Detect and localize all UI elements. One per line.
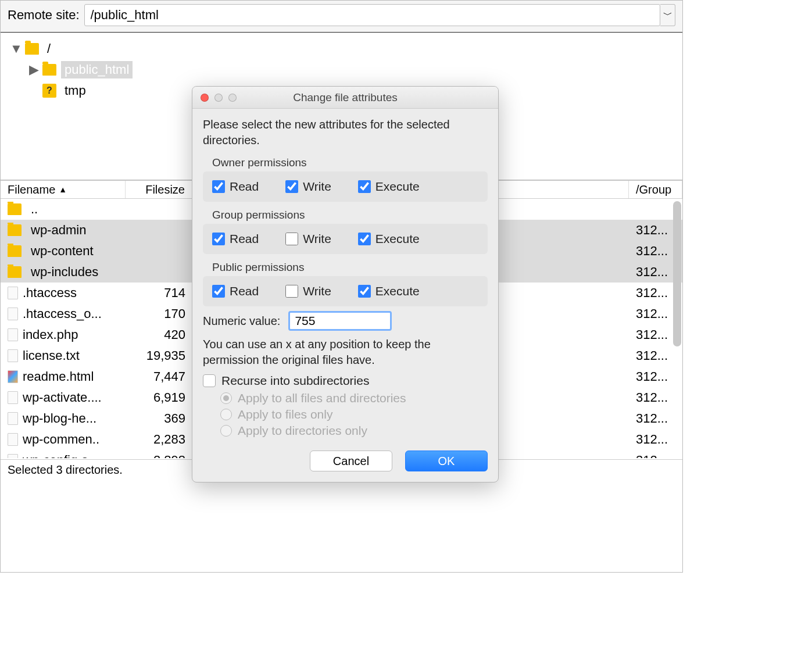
apply-files-radio: Apply to files only xyxy=(220,408,488,421)
window-controls xyxy=(192,94,237,102)
recurse-options: Apply to all files and directories Apply… xyxy=(203,391,488,438)
cell-filesize: 170 xyxy=(126,306,192,321)
tree-root[interactable]: ▼ / xyxy=(9,38,674,59)
change-attributes-dialog: Change file attributes Please select the… xyxy=(192,86,499,482)
filename-text: .. xyxy=(31,202,38,217)
close-window-icon[interactable] xyxy=(201,94,209,102)
filename-text: wp-content xyxy=(31,244,94,259)
folder-icon xyxy=(42,64,56,76)
filename-text: .htaccess_o... xyxy=(23,306,102,321)
folder-icon xyxy=(8,245,22,257)
column-filesize[interactable]: Filesize xyxy=(126,181,192,198)
ok-button[interactable]: OK xyxy=(405,451,488,471)
tree-collapse-icon[interactable]: ▼ xyxy=(11,41,22,56)
remote-path-dropdown[interactable]: ﹀ xyxy=(660,4,675,26)
cell-filesize: 2,283 xyxy=(126,432,192,447)
cell-filename: .htaccess_o... xyxy=(1,306,126,321)
remote-site-bar: Remote site: ﹀ xyxy=(1,1,682,32)
folder-icon xyxy=(25,43,39,55)
owner-permissions-label: Owner permissions xyxy=(203,154,488,171)
public-permissions: Read Write Execute xyxy=(203,276,488,306)
cell-filename: wp-blog-he... xyxy=(1,411,126,426)
cell-filename: wp-config-s xyxy=(1,453,126,458)
column-owner-group[interactable]: /Group xyxy=(629,181,682,198)
cell-filesize: 19,935 xyxy=(126,348,192,363)
tree-root-label: / xyxy=(44,40,54,58)
tree-expand-icon[interactable]: ▶ xyxy=(28,62,39,77)
remote-site-label: Remote site: xyxy=(8,8,80,23)
owner-write-checkbox[interactable]: Write xyxy=(285,180,331,194)
cell-filename: wp-commen.. xyxy=(1,432,126,447)
public-permissions-label: Public permissions xyxy=(203,259,488,276)
chevron-down-icon: ﹀ xyxy=(663,9,672,22)
cell-filesize: 420 xyxy=(126,327,192,342)
dialog-buttons: Cancel OK xyxy=(203,451,488,471)
cell-filename: wp-admin xyxy=(1,223,126,238)
numeric-value-input[interactable] xyxy=(288,311,392,331)
filename-text: wp-activate.... xyxy=(23,390,102,405)
cell-filename: wp-activate.... xyxy=(1,390,126,405)
group-write-checkbox[interactable]: Write xyxy=(285,232,331,246)
dialog-title: Change file attributes xyxy=(192,91,498,104)
numeric-value-row: Numeric value: xyxy=(203,311,488,331)
checkbox-icon xyxy=(203,374,216,387)
owner-read-checkbox[interactable]: Read xyxy=(212,180,259,194)
recurse-checkbox[interactable]: Recurse into subdirectories xyxy=(203,374,488,388)
cell-filesize: 2 898 xyxy=(126,453,192,458)
numeric-hint: You can use an x at any position to keep… xyxy=(203,337,488,368)
folder-icon xyxy=(8,203,22,215)
tree-item-public-html[interactable]: ▶ public_html xyxy=(9,59,674,80)
tree-item-label: tmp xyxy=(61,82,90,99)
cell-filesize: 714 xyxy=(126,285,192,301)
filename-text: index.php xyxy=(23,327,78,342)
vertical-scrollbar[interactable] xyxy=(673,201,681,456)
public-read-checkbox[interactable]: Read xyxy=(212,284,259,298)
dialog-titlebar[interactable]: Change file attributes xyxy=(192,87,498,109)
file-icon xyxy=(8,287,18,299)
tree-item-label: public_html xyxy=(61,61,133,78)
filename-text: wp-commen.. xyxy=(23,432,99,447)
filename-text: readme.html xyxy=(23,369,94,384)
cell-filename: wp-content xyxy=(1,244,126,259)
file-icon xyxy=(8,433,18,446)
html-file-icon xyxy=(8,370,18,383)
remote-path-input[interactable] xyxy=(84,4,661,26)
cell-filename: wp-includes xyxy=(1,264,126,280)
folder-icon xyxy=(8,266,22,278)
public-execute-checkbox[interactable]: Execute xyxy=(358,284,420,298)
public-write-checkbox[interactable]: Write xyxy=(285,284,331,298)
numeric-value-label: Numeric value: xyxy=(203,314,280,328)
group-execute-checkbox[interactable]: Execute xyxy=(358,232,420,246)
file-icon xyxy=(8,412,18,425)
column-filename-label: Filename xyxy=(8,183,55,196)
scrollbar-thumb[interactable] xyxy=(673,201,681,346)
radio-icon xyxy=(220,425,232,437)
radio-icon xyxy=(220,409,232,420)
filename-text: wp-blog-he... xyxy=(23,411,96,426)
group-permissions: Read Write Execute xyxy=(203,224,488,254)
cell-filesize: 369 xyxy=(126,411,192,426)
group-read-checkbox[interactable]: Read xyxy=(212,232,259,246)
cancel-button[interactable]: Cancel xyxy=(310,451,392,471)
apply-dirs-radio: Apply to directories only xyxy=(220,424,488,438)
cell-filename: index.php xyxy=(1,327,126,342)
file-icon xyxy=(8,308,18,320)
cell-filename: .. xyxy=(1,202,126,217)
file-icon xyxy=(8,454,18,458)
column-filename[interactable]: Filename ▲ xyxy=(1,181,126,198)
minimize-window-icon xyxy=(214,94,223,102)
folder-icon xyxy=(8,224,22,236)
apply-all-radio: Apply to all files and directories xyxy=(220,391,488,405)
owner-execute-checkbox[interactable]: Execute xyxy=(358,180,420,194)
owner-permissions: Read Write Execute xyxy=(203,171,488,202)
dialog-instruction: Please select the new attributes for the… xyxy=(203,117,488,148)
filename-text: wp-includes xyxy=(31,264,98,280)
cell-filesize: 6,919 xyxy=(126,390,192,405)
file-icon xyxy=(8,349,18,362)
filename-text: wp-config-s xyxy=(23,453,88,458)
group-permissions-label: Group permissions xyxy=(203,206,488,224)
sort-asc-icon: ▲ xyxy=(59,185,67,194)
file-icon xyxy=(8,328,18,341)
cell-filesize: 7,447 xyxy=(126,369,192,384)
file-icon xyxy=(8,391,18,404)
